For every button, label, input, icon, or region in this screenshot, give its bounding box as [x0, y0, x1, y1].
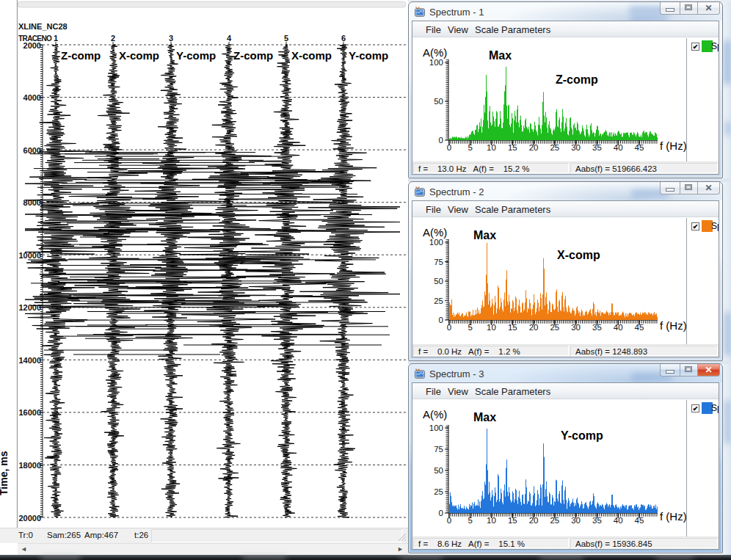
svg-text:6000: 6000: [23, 146, 41, 155]
svg-text:25: 25: [434, 487, 443, 496]
svg-text:Y-comp: Y-comp: [349, 49, 388, 62]
svg-text:0: 0: [447, 516, 451, 525]
svg-text:40: 40: [614, 516, 623, 525]
svg-text:18000: 18000: [18, 461, 41, 470]
svg-text:Z-comp: Z-comp: [233, 49, 273, 62]
svg-text:Z-comp: Z-comp: [61, 49, 101, 62]
svg-text:10: 10: [487, 323, 496, 332]
svg-text:0: 0: [447, 323, 451, 332]
svg-text:45: 45: [635, 143, 644, 152]
svg-text:X-comp: X-comp: [119, 49, 159, 62]
svg-text:30: 30: [571, 516, 581, 525]
svg-text:40: 40: [614, 143, 623, 152]
svg-text:Time, ms: Time, ms: [0, 451, 10, 495]
svg-text:50: 50: [434, 277, 443, 286]
svg-text:10: 10: [487, 143, 496, 152]
svg-text:0: 0: [439, 316, 443, 324]
svg-text:6: 6: [341, 34, 346, 43]
svg-text:5: 5: [284, 34, 288, 43]
svg-text:5: 5: [468, 323, 473, 332]
svg-text:Y-comp: Y-comp: [176, 49, 216, 62]
svg-text:45: 45: [635, 516, 644, 525]
svg-text:20: 20: [529, 323, 539, 332]
svg-text:35: 35: [592, 143, 602, 152]
svg-text:25: 25: [434, 297, 443, 305]
svg-text:15: 15: [508, 516, 517, 525]
svg-text:5: 5: [468, 516, 473, 525]
svg-text:X-comp: X-comp: [291, 49, 332, 62]
svg-text:50: 50: [434, 466, 443, 475]
svg-text:25: 25: [550, 323, 559, 332]
svg-text:0: 0: [447, 143, 451, 152]
svg-text:20000: 20000: [18, 514, 41, 523]
svg-text:30: 30: [571, 323, 581, 332]
svg-text:1: 1: [54, 34, 58, 43]
svg-text:30: 30: [571, 143, 581, 152]
svg-text:0: 0: [439, 509, 443, 517]
svg-text:5: 5: [468, 143, 473, 152]
svg-text:15: 15: [508, 143, 517, 152]
svg-text:4000: 4000: [23, 93, 41, 102]
svg-text:100: 100: [429, 58, 443, 67]
svg-text:75: 75: [434, 258, 443, 266]
svg-text:12000: 12000: [18, 303, 41, 312]
svg-text:25: 25: [550, 143, 559, 152]
svg-text:100: 100: [429, 238, 443, 247]
svg-text:4: 4: [227, 34, 232, 43]
svg-text:16000: 16000: [18, 408, 41, 417]
svg-text:20: 20: [529, 143, 539, 152]
svg-text:35: 35: [592, 323, 602, 332]
svg-text:20: 20: [529, 516, 539, 525]
svg-text:75: 75: [434, 445, 443, 454]
svg-text:10: 10: [487, 516, 496, 525]
svg-text:3: 3: [169, 34, 173, 43]
svg-text:25: 25: [550, 516, 559, 525]
svg-text:40: 40: [614, 323, 623, 332]
svg-text:50: 50: [434, 97, 443, 106]
svg-text:45: 45: [635, 323, 644, 332]
svg-text:XLINE_NC28: XLINE_NC28: [18, 22, 68, 31]
svg-text:0: 0: [439, 136, 443, 145]
svg-text:2000: 2000: [23, 41, 41, 50]
svg-text:2: 2: [111, 34, 115, 43]
svg-text:15: 15: [508, 323, 517, 332]
svg-text:100: 100: [429, 423, 443, 432]
svg-text:35: 35: [592, 516, 602, 525]
svg-text:14000: 14000: [18, 356, 41, 365]
